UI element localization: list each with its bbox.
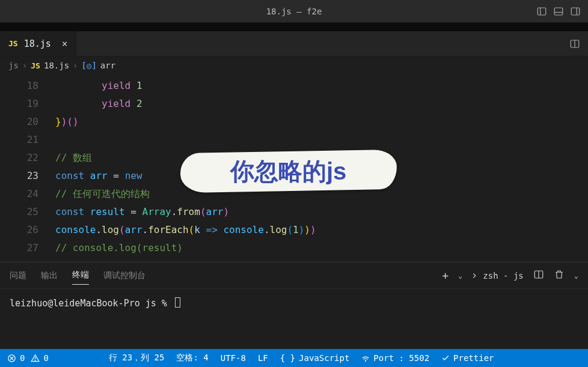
panel-tab-0[interactable]: 问题 [10, 267, 26, 285]
svg-rect-4 [571, 8, 580, 15]
panel-tabs: 问题输出终端调试控制台 + ⌄ zsh - js ⌄ [0, 262, 588, 289]
tab-bar: JS 18.js × [0, 31, 588, 56]
code-content[interactable]: yield 1 [55, 77, 588, 95]
line-number: 26 [0, 221, 55, 239]
symbol-icon: [◎] [82, 61, 97, 70]
svg-rect-0 [537, 8, 546, 15]
status-encoding[interactable]: UTF-8 [215, 353, 252, 363]
sticker-text: 你忽略的js [230, 162, 346, 180]
code-content[interactable]: const result = Array.from(arr) [55, 203, 588, 221]
svg-rect-2 [554, 8, 563, 15]
panel-left-icon[interactable] [536, 6, 547, 17]
new-terminal-icon[interactable]: + [442, 269, 449, 282]
chevron-right-icon: › [22, 61, 27, 70]
split-terminal-icon[interactable] [533, 269, 544, 282]
tab-label: 18.js [24, 38, 51, 49]
code-line[interactable]: 19 yield 2 [0, 95, 588, 113]
panel-bottom-icon[interactable] [553, 6, 564, 17]
code-line[interactable]: 27// console.log(result) [0, 239, 588, 257]
code-line[interactable]: 25const result = Array.from(arr) [0, 203, 588, 221]
terminal-body[interactable]: leizhuo@leideMacBook-Pro js % [0, 289, 588, 317]
status-port[interactable]: Port : 5502 [355, 353, 435, 363]
status-eol[interactable]: LF [252, 353, 274, 363]
status-warnings[interactable]: 0 [31, 353, 54, 363]
code-content[interactable]: console.log(arr.forEach(k => console.log… [55, 221, 588, 239]
chevron-down-icon[interactable]: ⌄ [574, 271, 578, 280]
window-title: 18.js — f2e [266, 7, 322, 16]
line-number: 23 [0, 167, 55, 185]
close-icon[interactable]: × [57, 38, 68, 49]
sticker-overlay: 你忽略的js [180, 150, 397, 193]
tab-file[interactable]: JS 18.js × [0, 31, 76, 56]
line-number: 22 [0, 149, 55, 167]
line-number: 19 [0, 95, 55, 113]
code-editor[interactable]: 18 yield 119 yield 220})()2122// 数组23con… [0, 74, 588, 262]
panel-tab-3[interactable]: 调试控制台 [103, 267, 145, 285]
status-position[interactable]: 行 23，列 25 [103, 353, 171, 363]
split-editor-icon[interactable] [562, 31, 588, 56]
tab-spacer [76, 31, 562, 56]
terminal-prompt: leizhuo@leideMacBook-Pro js % [10, 298, 173, 309]
breadcrumb-symbol[interactable]: arr [100, 61, 115, 70]
breadcrumb-folder[interactable]: js [8, 61, 19, 70]
layout-controls [536, 6, 581, 17]
breadcrumb[interactable]: js › JS 18.js › [◎] arr [0, 56, 588, 74]
code-line[interactable]: 20})() [0, 113, 588, 131]
chevron-right-icon: › [73, 61, 78, 70]
code-line[interactable]: 18 yield 1 [0, 77, 588, 95]
svg-point-15 [366, 360, 366, 361]
line-number: 18 [0, 77, 55, 95]
panel-right-icon[interactable] [570, 6, 581, 17]
status-indent[interactable]: 空格: 4 [170, 353, 214, 363]
js-file-icon: JS [31, 61, 40, 70]
line-number: 24 [0, 185, 55, 203]
status-language[interactable]: { } JavaScript [274, 353, 356, 363]
terminal-cursor [175, 297, 180, 308]
panel-tab-1[interactable]: 输出 [41, 267, 58, 285]
spacer [0, 23, 588, 31]
line-number: 21 [0, 131, 55, 149]
panel-actions: + ⌄ zsh - js ⌄ [442, 269, 578, 282]
status-errors[interactable]: 0 [1, 353, 31, 363]
bottom-panel: 问题输出终端调试控制台 + ⌄ zsh - js ⌄ leizhuo@leide… [0, 262, 588, 317]
code-line[interactable]: 26console.log(arr.forEach(k => console.l… [0, 221, 588, 239]
status-prettier[interactable]: Prettier [435, 353, 500, 363]
status-bar: 0 0 行 23，列 25 空格: 4 UTF-8 LF { } JavaScr… [0, 349, 588, 367]
code-line[interactable]: 21 [0, 131, 588, 149]
chevron-down-icon[interactable]: ⌄ [458, 271, 462, 280]
js-file-icon: JS [8, 39, 18, 48]
code-content[interactable]: })() [55, 113, 588, 131]
code-content[interactable] [55, 131, 588, 149]
trash-icon[interactable] [554, 269, 565, 282]
terminal-shell-label[interactable]: zsh - js [472, 271, 523, 281]
line-number: 20 [0, 113, 55, 131]
line-number: 27 [0, 239, 55, 257]
svg-point-14 [35, 360, 36, 360]
titlebar: 18.js — f2e [0, 0, 588, 23]
line-number: 25 [0, 203, 55, 221]
code-content[interactable]: yield 2 [55, 95, 588, 113]
breadcrumb-file[interactable]: 18.js [44, 61, 69, 70]
code-content[interactable]: // console.log(result) [55, 239, 588, 257]
panel-tab-2[interactable]: 终端 [72, 266, 89, 285]
